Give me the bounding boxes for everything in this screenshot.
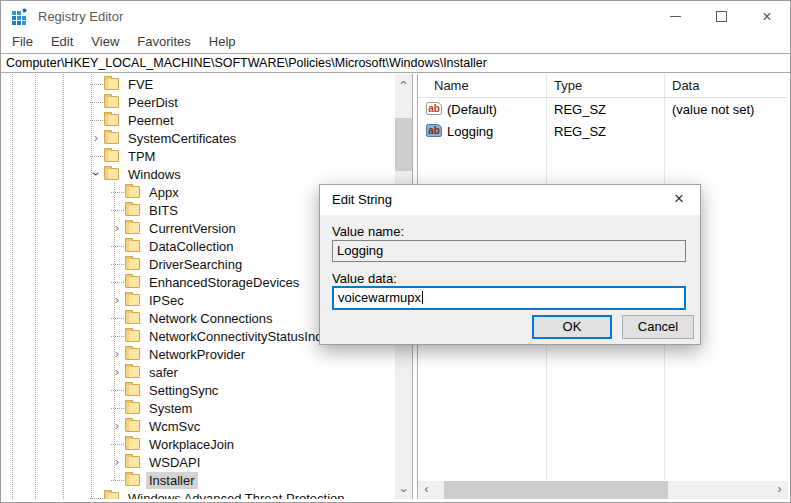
cancel-button[interactable]: Cancel: [622, 315, 694, 339]
close-button[interactable]: ×: [744, 1, 790, 32]
folder-icon: [125, 366, 140, 378]
tree-connector: [109, 382, 125, 398]
tree-item-tpm[interactable]: TPM: [1, 147, 395, 165]
scroll-right-icon[interactable]: ›: [771, 481, 788, 498]
value-row-logging[interactable]: ab Logging REG_SZ: [418, 120, 788, 142]
string-value-icon: ab: [426, 102, 442, 115]
tree-item-label: DriverSearching: [146, 256, 245, 273]
tree-item-label: Peernet: [125, 112, 177, 129]
tree-item-label: safer: [146, 364, 181, 381]
folder-icon: [125, 204, 140, 216]
values-horizontal-scrollbar[interactable]: › ›: [418, 481, 788, 499]
column-header-data[interactable]: Data: [672, 78, 699, 93]
value-name-field: Logging: [332, 240, 686, 262]
folder-icon: [104, 492, 119, 499]
tree-item-label: BITS: [146, 202, 181, 219]
tree-item-settingsync[interactable]: SettingSync: [1, 381, 395, 399]
tree-item-label: NetworkProvider: [146, 346, 248, 363]
menu-file[interactable]: File: [3, 32, 42, 53]
tree-item-label: Network Connections: [146, 310, 276, 327]
menu-view[interactable]: View: [82, 32, 128, 53]
expand-chevron-icon[interactable]: ›: [109, 292, 125, 308]
value-data-label: Value data:: [332, 271, 397, 286]
expand-chevron-icon[interactable]: ›: [109, 346, 125, 362]
folder-icon: [104, 78, 119, 90]
menu-edit[interactable]: Edit: [42, 32, 82, 53]
tree-item-networkprovider[interactable]: ›NetworkProvider: [1, 345, 395, 363]
tree-item-peerdist[interactable]: PeerDist: [1, 93, 395, 111]
tree-connector: [109, 472, 125, 488]
folder-icon: [104, 96, 119, 108]
tree-item-system[interactable]: System: [1, 399, 395, 417]
tree-connector: [109, 256, 125, 272]
menu-bar: File Edit View Favorites Help: [1, 32, 790, 53]
values-scrollbar-thumb[interactable]: [444, 481, 668, 499]
tree-connector: [109, 238, 125, 254]
column-header-type[interactable]: Type: [554, 78, 582, 93]
tree-item-label: DataCollection: [146, 238, 237, 255]
collapse-chevron-icon[interactable]: ›: [88, 166, 104, 182]
folder-icon: [125, 456, 140, 468]
column-header-name[interactable]: Name: [434, 78, 469, 93]
tree-item-label: Windows Advanced Threat Protection: [125, 490, 348, 500]
tree-item-label: System: [146, 400, 195, 417]
expand-chevron-icon[interactable]: ›: [109, 364, 125, 380]
tree-item-label: EnhancedStorageDevices: [146, 274, 302, 291]
tree-connector: [109, 328, 125, 344]
menu-favorites[interactable]: Favorites: [128, 32, 199, 53]
tree-item-wcmsvc[interactable]: ›WcmSvc: [1, 417, 395, 435]
tree-connector: [109, 202, 125, 218]
tree-connector: [88, 112, 104, 128]
expand-chevron-icon[interactable]: ›: [88, 130, 104, 146]
value-type: REG_SZ: [554, 124, 606, 139]
minimize-button[interactable]: [652, 1, 698, 32]
address-bar[interactable]: Computer\HKEY_LOCAL_MACHINE\SOFTWARE\Pol…: [1, 53, 790, 73]
value-type: REG_SZ: [554, 102, 606, 117]
tree-item-safer[interactable]: ›safer: [1, 363, 395, 381]
value-data-input[interactable]: voicewarmupx: [332, 286, 686, 310]
maximize-button[interactable]: [698, 1, 744, 32]
folder-icon: [125, 240, 140, 252]
folder-icon: [104, 150, 119, 162]
value-data: (value not set): [672, 102, 754, 117]
folder-icon: [125, 276, 140, 288]
value-row-default[interactable]: ab (Default) REG_SZ (value not set): [418, 98, 788, 120]
tree-item-installer[interactable]: Installer: [1, 471, 395, 489]
scroll-up-icon[interactable]: ›: [395, 74, 412, 91]
values-list-header: Name Type Data: [418, 74, 788, 98]
scroll-left-icon[interactable]: ›: [418, 481, 435, 498]
expand-chevron-icon[interactable]: ›: [109, 454, 125, 470]
tree-item-label: WcmSvc: [146, 418, 203, 435]
tree-item-label: SettingSync: [146, 382, 221, 399]
tree-item-label: CurrentVersion: [146, 220, 239, 237]
close-icon: ×: [762, 9, 771, 25]
expand-chevron-icon[interactable]: ›: [109, 418, 125, 434]
tree-item-wsdapi[interactable]: ›WSDAPI: [1, 453, 395, 471]
folder-icon: [125, 258, 140, 270]
text-caret: [422, 291, 423, 304]
scroll-down-icon[interactable]: ›: [395, 482, 412, 499]
edit-string-dialog: Edit String × Value name: Logging Value …: [319, 184, 701, 345]
tree-item-workplacejoin[interactable]: WorkplaceJoin: [1, 435, 395, 453]
dialog-title-bar[interactable]: Edit String ×: [320, 185, 700, 215]
ok-button[interactable]: OK: [532, 315, 612, 339]
value-name: (Default): [447, 102, 497, 117]
tree-item-peernet[interactable]: Peernet: [1, 111, 395, 129]
registry-editor-window: Registry Editor × File Edit View Favorit…: [0, 0, 791, 503]
value-data-text: voicewarmupx: [338, 290, 421, 305]
tree-item-fve[interactable]: FVE: [1, 75, 395, 93]
menu-help[interactable]: Help: [200, 32, 245, 53]
tree-connector: [88, 76, 104, 92]
tree-connector: [109, 400, 125, 416]
registry-editor-app-icon: [11, 8, 29, 26]
tree-item-windows[interactable]: ›Windows: [1, 165, 395, 183]
tree-item-windows-advanced-threat-protection[interactable]: Windows Advanced Threat Protection: [1, 489, 395, 499]
tree-item-systemcertificates[interactable]: ›SystemCertificates: [1, 129, 395, 147]
tree-item-label-selected: Installer: [146, 472, 198, 489]
dialog-close-button[interactable]: ×: [658, 185, 700, 215]
tree-item-label: WorkplaceJoin: [146, 436, 237, 453]
tree-scrollbar-thumb[interactable]: [395, 118, 412, 171]
value-name: Logging: [447, 124, 493, 139]
expand-chevron-icon[interactable]: ›: [109, 220, 125, 236]
folder-icon: [125, 222, 140, 234]
